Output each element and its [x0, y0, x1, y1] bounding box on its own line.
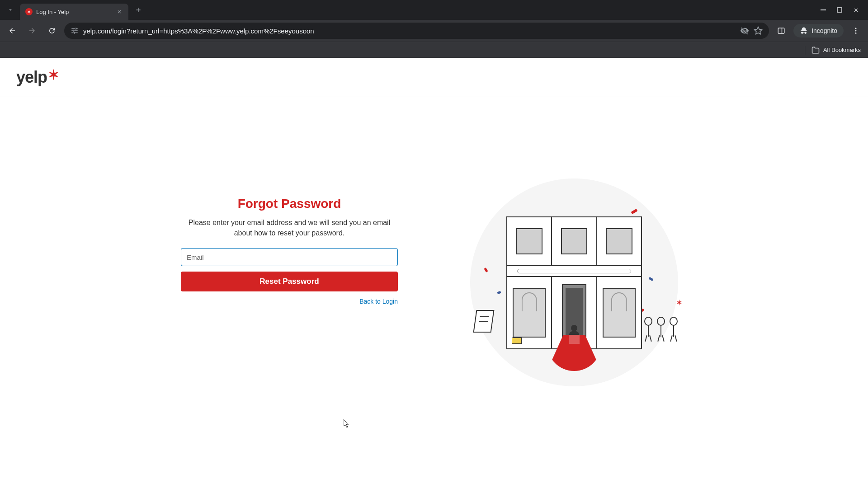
window-pane [516, 228, 542, 254]
divider [805, 46, 805, 55]
svg-rect-2 [778, 28, 784, 33]
browser-tab-active[interactable]: Log In - Yelp [20, 4, 128, 20]
sandwich-board-sign [475, 310, 500, 339]
window-controls [821, 7, 864, 13]
yelp-favicon [25, 8, 33, 15]
incognito-label: Incognito [811, 27, 837, 34]
yellow-patch [512, 338, 522, 344]
browser-tab-strip: Log In - Yelp [0, 0, 868, 20]
page-content: yelp ✶ Forgot Password Please enter your… [0, 58, 868, 488]
bookmarks-bar: All Bookmarks [0, 42, 868, 58]
all-bookmarks-button[interactable]: All Bookmarks [811, 46, 861, 54]
dots-vertical-icon [852, 27, 860, 35]
email-field[interactable] [181, 248, 398, 266]
tab-search-dropdown[interactable] [4, 3, 17, 17]
close-window-button[interactable] [853, 7, 859, 13]
storefront-illustration: ✶ [470, 178, 678, 386]
minimize-button[interactable] [821, 7, 826, 13]
yelp-burst-icon: ✶ [48, 67, 59, 83]
cursor-icon [344, 419, 350, 428]
url-text: yelp.com/login?return_url=https%3A%2F%2F… [83, 27, 736, 35]
shop-window [513, 288, 546, 338]
browser-toolbar: yelp.com/login?return_url=https%3A%2F%2F… [0, 20, 868, 42]
confetti-icon [648, 277, 653, 281]
confetti-icon [631, 209, 637, 214]
maximize-button[interactable] [837, 7, 842, 13]
eye-off-icon [740, 26, 749, 35]
svg-point-6 [855, 33, 857, 34]
close-tab-button[interactable] [116, 8, 123, 15]
yelp-logo-link[interactable]: yelp ✶ [16, 68, 852, 87]
confetti-icon [497, 291, 501, 294]
illustration-column: ✶ [461, 124, 687, 386]
arrow-right-icon [28, 27, 36, 35]
form-subtitle: Please enter your email address and we w… [181, 217, 398, 238]
minimize-icon [821, 7, 826, 13]
awning [506, 265, 642, 277]
person-icon [656, 317, 665, 342]
reload-icon [48, 27, 56, 35]
form-title: Forgot Password [181, 197, 398, 211]
tab-title: Log In - Yelp [36, 9, 116, 15]
new-tab-button[interactable] [132, 4, 145, 16]
forward-button[interactable] [24, 23, 40, 38]
bookmark-button[interactable] [754, 26, 763, 35]
window-pane [561, 228, 587, 254]
maximize-icon [837, 7, 842, 13]
yelp-logo-text: yelp [16, 68, 47, 87]
svg-point-5 [855, 30, 857, 32]
chevron-down-icon [7, 7, 14, 13]
svg-point-4 [855, 28, 857, 29]
folder-icon [811, 46, 820, 54]
shop-window [603, 288, 636, 338]
star-icon [754, 26, 763, 35]
person-icon [644, 317, 653, 342]
confetti-icon [484, 267, 488, 272]
incognito-icon [800, 27, 808, 35]
yelp-header: yelp ✶ [0, 58, 868, 97]
upper-floor [506, 216, 642, 266]
svg-rect-1 [837, 8, 842, 12]
close-icon [117, 9, 122, 14]
forgot-password-form: Forgot Password Please enter your email … [181, 124, 398, 386]
browser-menu-button[interactable] [848, 23, 863, 38]
svg-rect-0 [821, 9, 826, 10]
window-pane [606, 228, 632, 254]
close-icon [853, 7, 859, 13]
all-bookmarks-label: All Bookmarks [823, 47, 861, 53]
people-icons [644, 317, 678, 342]
panel-icon [777, 27, 785, 35]
plus-icon [135, 6, 142, 14]
address-bar[interactable]: yelp.com/login?return_url=https%3A%2F%2F… [64, 23, 769, 39]
reset-password-button[interactable]: Reset Password [181, 272, 398, 291]
site-info-button[interactable] [71, 27, 79, 35]
yelp-burst-decoration: ✶ [676, 298, 683, 308]
tune-icon [71, 27, 79, 35]
back-button[interactable] [5, 23, 20, 38]
reload-button[interactable] [44, 23, 60, 38]
main-content: Forgot Password Please enter your email … [118, 97, 750, 413]
arrow-left-icon [8, 27, 16, 35]
incognito-badge[interactable]: Incognito [793, 24, 844, 38]
back-to-login-link[interactable]: Back to Login [181, 298, 398, 305]
tracking-protection-button[interactable] [740, 26, 749, 35]
building-illustration: ✶ [506, 216, 642, 348]
person-icon [669, 317, 678, 342]
side-panel-button[interactable] [774, 23, 789, 38]
